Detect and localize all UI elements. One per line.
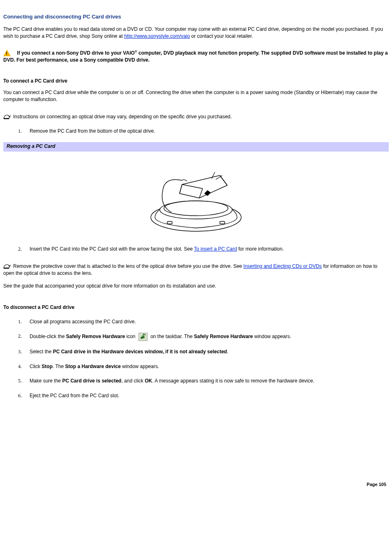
- svg-rect-0: [4, 118, 9, 119]
- note-block-1: Instructions on connecting an optical dr…: [3, 113, 389, 120]
- step-text: Close all programs accessing the PC Card…: [30, 319, 136, 325]
- page-number: Page 105: [3, 481, 386, 488]
- disconnect-steps: 1.Close all programs accessing the PC Ca…: [3, 318, 389, 399]
- step-text: Double-click the: [30, 334, 66, 340]
- safely-remove-hardware-icon: [138, 333, 148, 341]
- disconnect-step: 2.Double-click the Safely Remove Hardwar…: [30, 333, 389, 341]
- intro-text-2: or contact your local retailer.: [190, 33, 253, 39]
- step-text: . A message appears stating it is now sa…: [152, 378, 314, 384]
- step-number: 3.: [18, 348, 22, 355]
- step-number: 6.: [18, 392, 22, 399]
- warning-icon: [3, 50, 11, 56]
- figure-caption: Removing a PC Card: [3, 142, 389, 151]
- bold-text: PC Card drive is selected: [62, 378, 121, 384]
- step-number: 4.: [18, 363, 22, 370]
- figure-removing-pc-card: [3, 156, 389, 238]
- svg-rect-6: [4, 268, 9, 269]
- step-text: on the taskbar. The: [149, 334, 194, 340]
- step-number: 5.: [18, 378, 22, 385]
- note-block-2: Remove the protective cover that is atta…: [3, 263, 389, 277]
- bold-text: Safely Remove Hardware: [194, 334, 253, 340]
- bold-text: Stop: [42, 364, 53, 369]
- step-text: . The: [53, 364, 65, 369]
- note-text-2a: Remove the protective cover that is atta…: [13, 263, 243, 269]
- note-text-1: Instructions on connecting an optical dr…: [13, 114, 232, 120]
- disconnect-step: 5.Make sure the PC Card drive is selecte…: [30, 378, 389, 385]
- sonystyle-link[interactable]: http://www.sonystyle.com/vaio: [124, 33, 190, 39]
- disconnect-step: 6.Eject the PC Card from the PC Card slo…: [30, 392, 389, 399]
- step-text: Remove the PC Card from the bottom of th…: [30, 128, 155, 134]
- note-icon: [3, 263, 11, 269]
- step-text: Make sure the: [30, 378, 62, 384]
- warning-block: If you connect a non-Sony DVD drive to y…: [3, 49, 389, 64]
- step-text-b: for more information.: [237, 246, 284, 252]
- connect-steps: 1. Remove the PC Card from the bottom of…: [3, 128, 389, 135]
- step-text: Click: [30, 364, 42, 369]
- svg-point-3: [164, 201, 228, 216]
- bold-text: OK: [145, 378, 152, 384]
- intro-paragraph: The PC Card drive enables you to read da…: [3, 26, 389, 40]
- step-text: window appears.: [253, 334, 291, 340]
- step-number: 1.: [18, 318, 22, 325]
- step-number: 1.: [18, 128, 22, 135]
- disconnect-step: 4.Click Stop. The Stop a Hardware device…: [30, 363, 389, 370]
- step-text: , and click: [121, 378, 145, 384]
- connect-step-2: 2. Insert the PC Card into the PC Card s…: [30, 246, 389, 253]
- disconnect-step: 3.Select the PC Card drive in the Hardwa…: [30, 348, 389, 355]
- connect-paragraph: You can connect a PC Card drive while th…: [3, 89, 389, 104]
- step-text: window appears.: [121, 364, 159, 369]
- bold-text: PC Card drive in the Hardware devices wi…: [53, 349, 227, 355]
- step-number: 2.: [18, 333, 22, 340]
- svg-rect-5: [220, 221, 225, 224]
- step-text: Select the: [30, 349, 53, 355]
- connect-heading: To connect a PC Card drive: [3, 78, 389, 85]
- connect-after-paragraph: See the guide that accompanied your opti…: [3, 283, 389, 290]
- warning-text-1: If you connect a non-Sony DVD drive to y…: [17, 50, 134, 56]
- note-icon: [3, 114, 11, 120]
- svg-rect-4: [167, 221, 172, 224]
- bold-text: Stop a Hardware device: [65, 364, 120, 369]
- connect-steps-2: 2. Insert the PC Card into the PC Card s…: [3, 246, 389, 253]
- disconnect-heading: To disconnect a PC Card drive: [3, 304, 389, 311]
- insert-pc-card-link[interactable]: To insert a PC Card: [194, 246, 237, 252]
- inserting-ejecting-link[interactable]: Inserting and Ejecting CDs or DVDs: [243, 263, 322, 269]
- step-text: Eject the PC Card from the PC Card slot.: [30, 393, 119, 398]
- connect-step-1: 1. Remove the PC Card from the bottom of…: [30, 128, 389, 135]
- step-text: icon: [125, 334, 137, 340]
- page-title: Connecting and disconnecting PC Card dri…: [3, 13, 389, 21]
- step-number: 2.: [18, 246, 22, 253]
- disconnect-step: 1.Close all programs accessing the PC Ca…: [30, 318, 389, 325]
- step-text: .: [227, 349, 228, 355]
- bold-text: Safely Remove Hardware: [66, 334, 125, 340]
- step-text-a: Insert the PC Card into the PC Card slot…: [30, 246, 194, 252]
